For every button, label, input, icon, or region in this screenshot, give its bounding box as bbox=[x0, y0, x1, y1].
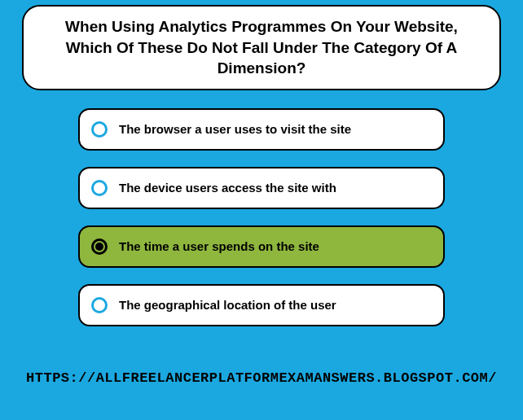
radio-icon bbox=[91, 180, 108, 196]
option-label: The device users access the site with bbox=[119, 180, 336, 196]
radio-icon bbox=[91, 238, 108, 255]
option-1[interactable]: The device users access the site with bbox=[78, 167, 445, 209]
option-2[interactable]: The time a user spends on the site bbox=[78, 225, 445, 268]
footer-url: https://allfreelancerplatformexamanswers… bbox=[0, 370, 523, 386]
option-3[interactable]: The geographical location of the user bbox=[78, 284, 445, 326]
question-text: When Using Analytics Programmes On Your … bbox=[65, 18, 458, 77]
radio-icon bbox=[91, 297, 108, 313]
options-list: The browser a user uses to visit the sit… bbox=[78, 108, 445, 326]
radio-dot-icon bbox=[95, 243, 103, 251]
option-label: The browser a user uses to visit the sit… bbox=[119, 121, 351, 138]
option-label: The geographical location of the user bbox=[119, 297, 336, 313]
question-card: When Using Analytics Programmes On Your … bbox=[22, 5, 501, 90]
radio-icon bbox=[91, 121, 108, 138]
option-0[interactable]: The browser a user uses to visit the sit… bbox=[78, 108, 445, 151]
option-label: The time a user spends on the site bbox=[119, 238, 319, 255]
